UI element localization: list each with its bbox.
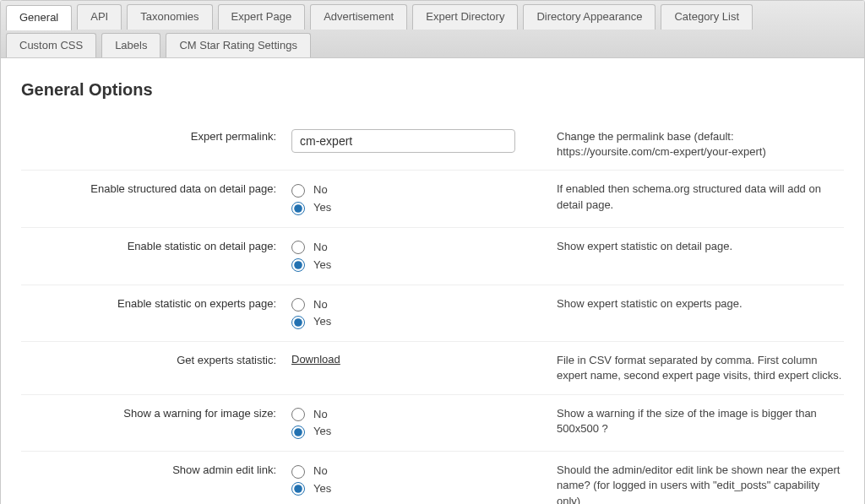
row-expert-permalink: Expert permalink: Change the permalink b… xyxy=(21,118,844,171)
tab-directory-appearance[interactable]: Directory Appearance xyxy=(523,4,656,30)
help-admin-link: Should the admin/editor edit link be sho… xyxy=(553,462,844,504)
tab-cm-star-rating-settings[interactable]: CM Star Rating Settings xyxy=(166,33,310,57)
radio-warn-image-yes[interactable] xyxy=(291,425,305,439)
radio-label-yes: Yes xyxy=(313,199,331,217)
radio-label-no: No xyxy=(313,239,328,257)
radio-group-warn-image: No Yes xyxy=(291,406,553,442)
help-warn-image: Show a warning if the size of the image … xyxy=(553,405,844,436)
radio-label-yes: Yes xyxy=(313,480,331,498)
help-stat-experts: Show expert statistic on experts page. xyxy=(553,295,844,312)
tab-general[interactable]: General xyxy=(6,5,72,30)
radio-admin-link-no[interactable] xyxy=(291,465,305,479)
label-stat-experts: Enable statistic on experts page: xyxy=(21,295,291,310)
link-download-stats[interactable]: Download xyxy=(291,353,340,366)
tab-content-general: General Options Expert permalink: Change… xyxy=(1,58,864,504)
label-expert-permalink: Expert permalink: xyxy=(21,128,291,143)
help-expert-permalink: Change the permalink base (default: http… xyxy=(553,128,844,160)
settings-panel: GeneralAPITaxonomiesExpert PageAdvertise… xyxy=(0,0,865,504)
label-stat-detail: Enable statistic on detail page: xyxy=(21,238,291,252)
label-structured-data: Enable structured data on detail page: xyxy=(21,181,291,195)
row-stat-detail: Enable statistic on detail page: No Yes … xyxy=(21,228,844,285)
radio-label-yes: Yes xyxy=(313,423,331,441)
radio-warn-image-no[interactable] xyxy=(291,408,305,421)
tab-expert-page[interactable]: Expert Page xyxy=(218,4,306,30)
radio-stat-experts-yes[interactable] xyxy=(291,316,305,329)
help-stat-detail: Show expert statistic on detail page. xyxy=(553,238,844,254)
radio-label-no: No xyxy=(313,296,328,314)
tab-row-2: Custom CSSLabelsCM Star Rating Settings xyxy=(6,33,859,57)
tab-advertisement[interactable]: Advertisement xyxy=(310,4,407,30)
tab-taxonomies[interactable]: Taxonomies xyxy=(127,4,212,30)
tab-custom-css[interactable]: Custom CSS xyxy=(6,33,96,57)
help-get-stats: File in CSV format separated by comma. F… xyxy=(553,352,844,383)
tab-expert-directory[interactable]: Expert Directory xyxy=(412,4,518,30)
row-admin-link: Show admin edit link: No Yes Should the … xyxy=(21,452,844,504)
tab-api[interactable]: API xyxy=(77,4,122,30)
row-stat-experts: Enable statistic on experts page: No Yes… xyxy=(21,285,844,343)
radio-label-no: No xyxy=(313,463,328,480)
tab-bar: GeneralAPITaxonomiesExpert PageAdvertise… xyxy=(1,1,864,58)
radio-label-no: No xyxy=(313,182,328,199)
help-structured-data: If enabled then schema.org structured da… xyxy=(553,181,844,212)
radio-group-stat-experts: No Yes xyxy=(291,296,553,332)
radio-structured-data-yes[interactable] xyxy=(291,202,305,215)
radio-label-yes: Yes xyxy=(313,257,331,274)
label-get-stats: Get experts statistic: xyxy=(21,352,291,366)
row-structured-data: Enable structured data on detail page: N… xyxy=(21,171,844,228)
row-get-stats: Get experts statistic: Download File in … xyxy=(21,342,844,394)
section-title: General Options xyxy=(21,80,844,100)
radio-label-no: No xyxy=(313,406,328,424)
input-expert-permalink[interactable] xyxy=(291,129,515,153)
radio-label-yes: Yes xyxy=(313,313,331,331)
tab-category-list[interactable]: Category List xyxy=(661,4,753,30)
radio-group-stat-detail: No Yes xyxy=(291,239,553,274)
radio-stat-experts-no[interactable] xyxy=(291,298,305,312)
radio-structured-data-no[interactable] xyxy=(291,184,305,198)
radio-group-structured-data: No Yes xyxy=(291,182,553,217)
radio-stat-detail-yes[interactable] xyxy=(291,258,305,272)
radio-group-admin-link: No Yes xyxy=(291,463,553,498)
row-warn-image: Show a warning for image size: No Yes Sh… xyxy=(21,395,844,453)
radio-stat-detail-no[interactable] xyxy=(291,241,305,254)
tab-labels[interactable]: Labels xyxy=(101,33,160,57)
label-warn-image: Show a warning for image size: xyxy=(21,405,291,420)
label-admin-link: Show admin edit link: xyxy=(21,462,291,476)
tab-row-1: GeneralAPITaxonomiesExpert PageAdvertise… xyxy=(6,4,859,30)
radio-admin-link-yes[interactable] xyxy=(291,482,305,496)
